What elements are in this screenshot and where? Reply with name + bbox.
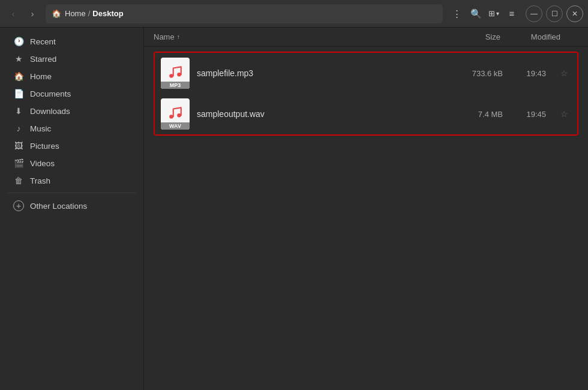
file-area: Name ↑ Size Modified: [144, 28, 588, 390]
file-size-wav: 7.4 MB: [443, 110, 503, 119]
search-icon: 🔍: [470, 8, 482, 19]
modified-header-label: Modified: [531, 32, 560, 41]
sidebar: 🕐 Recent ★ Starred 🏠 Home 📄 Documents ⬇ …: [0, 28, 144, 390]
trash-icon: 🗑: [13, 176, 24, 185]
sidebar-item-documents[interactable]: 📄 Documents: [4, 85, 140, 102]
sidebar-label-other-locations: Other Locations: [30, 202, 87, 211]
column-headers: Name ↑ Size Modified: [144, 28, 588, 47]
sidebar-label-pictures: Pictures: [30, 142, 59, 151]
videos-icon: 🎬: [13, 158, 24, 168]
sidebar-label-videos: Videos: [30, 159, 55, 168]
table-row[interactable]: mp3 samplefile.mp3 733.6 kB 19:43 ☆: [155, 53, 577, 94]
breadcrumb-current: Desktop: [92, 9, 123, 18]
music-icon: ♪: [13, 124, 24, 133]
sort-arrow: ↑: [177, 34, 180, 40]
name-header-label: Name: [154, 32, 175, 41]
add-icon: +: [13, 200, 24, 211]
recent-icon: 🕐: [13, 37, 24, 46]
sidebar-item-starred[interactable]: ★ Starred: [4, 50, 140, 67]
table-row[interactable]: wav sampleoutput.wav 7.4 MB 19:45 ☆: [155, 94, 577, 134]
breadcrumb-home[interactable]: Home: [65, 9, 86, 18]
file-modified-wav: 19:45: [510, 110, 546, 119]
more-options-button[interactable]: ⋮: [448, 5, 466, 23]
sidebar-item-videos[interactable]: 🎬 Videos: [4, 155, 140, 172]
sidebar-item-music[interactable]: ♪ Music: [4, 120, 140, 137]
menu-button[interactable]: ≡: [503, 5, 521, 23]
documents-icon: 📄: [13, 89, 24, 98]
back-icon: ‹: [12, 9, 15, 19]
sidebar-label-trash: Trash: [30, 176, 50, 185]
sidebar-item-home[interactable]: 🏠 Home: [4, 68, 140, 85]
maximize-icon: ☐: [551, 10, 558, 18]
toolbar-right: ⋮ 🔍 ⊞ ▾ ≡: [448, 5, 521, 23]
pictures-icon: 🖼: [13, 141, 24, 151]
file-icon-mp3: mp3: [161, 58, 190, 89]
minimize-icon: —: [530, 10, 538, 18]
file-ext-label: mp3: [161, 82, 190, 89]
search-button[interactable]: 🔍: [467, 5, 485, 23]
music-note-wav-icon: [167, 105, 183, 121]
file-modified-mp3: 19:43: [510, 69, 546, 78]
file-name-wav: sampleoutput.wav: [197, 109, 436, 119]
titlebar: ‹ › 🏠 Home / Desktop ⋮ 🔍 ⊞ ▾ ≡: [0, 0, 588, 28]
file-star-wav[interactable]: ☆: [557, 109, 571, 119]
file-name-mp3: samplefile.mp3: [197, 68, 436, 78]
forward-icon: ›: [31, 9, 34, 19]
sidebar-label-downloads: Downloads: [30, 107, 70, 116]
sidebar-separator: [7, 193, 136, 193]
close-icon: ✕: [572, 10, 578, 18]
view-chevron-icon: ▾: [496, 10, 499, 17]
maximize-button[interactable]: ☐: [546, 5, 563, 22]
sidebar-item-trash[interactable]: 🗑 Trash: [4, 172, 140, 189]
music-note-icon: [167, 64, 183, 80]
svg-point-3: [177, 113, 181, 118]
file-group-selected: mp3 samplefile.mp3 733.6 kB 19:43 ☆: [154, 52, 578, 136]
starred-icon: ★: [13, 54, 24, 64]
sidebar-label-starred: Starred: [30, 55, 56, 64]
forward-button[interactable]: ›: [24, 5, 41, 22]
col-modified-header[interactable]: Modified: [500, 32, 560, 41]
minimize-button[interactable]: —: [526, 5, 542, 22]
sidebar-label-documents: Documents: [30, 89, 71, 98]
sidebar-item-pictures[interactable]: 🖼 Pictures: [4, 137, 140, 154]
file-size-mp3: 733.6 kB: [443, 69, 503, 78]
home-breadcrumb-icon: 🏠: [52, 9, 61, 18]
size-header-label: Size: [485, 32, 500, 41]
sidebar-item-downloads[interactable]: ⬇ Downloads: [4, 103, 140, 119]
grid-view-icon: ⊞: [488, 9, 495, 18]
window-controls: — ☐ ✕: [526, 5, 583, 22]
file-list: mp3 samplefile.mp3 733.6 kB 19:43 ☆: [144, 47, 588, 390]
file-icon-wav: wav: [161, 98, 190, 130]
col-name-header[interactable]: Name ↑: [154, 32, 440, 41]
sidebar-label-recent: Recent: [30, 37, 56, 46]
view-toggle-button[interactable]: ⊞ ▾: [486, 5, 502, 23]
file-manager-window: ‹ › 🏠 Home / Desktop ⋮ 🔍 ⊞ ▾ ≡: [0, 0, 588, 390]
sidebar-item-recent[interactable]: 🕐 Recent: [4, 33, 140, 50]
sidebar-label-home: Home: [30, 72, 52, 81]
close-button[interactable]: ✕: [566, 5, 583, 22]
breadcrumb-separator: /: [88, 9, 91, 18]
home-sidebar-icon: 🏠: [13, 71, 24, 81]
svg-point-0: [169, 74, 173, 78]
svg-point-1: [177, 73, 181, 77]
content-area: 🕐 Recent ★ Starred 🏠 Home 📄 Documents ⬇ …: [0, 28, 588, 390]
breadcrumb[interactable]: 🏠 Home / Desktop: [46, 4, 443, 23]
menu-icon: ≡: [509, 8, 515, 19]
sidebar-item-other-locations[interactable]: + Other Locations: [4, 197, 140, 215]
downloads-icon: ⬇: [13, 106, 24, 116]
back-button[interactable]: ‹: [5, 5, 22, 22]
sidebar-label-music: Music: [30, 124, 51, 133]
more-options-icon: ⋮: [452, 8, 461, 19]
file-star-mp3[interactable]: ☆: [557, 68, 571, 78]
file-ext-wav-label: wav: [161, 122, 190, 130]
col-size-header[interactable]: Size: [440, 32, 500, 41]
svg-point-2: [169, 115, 173, 119]
